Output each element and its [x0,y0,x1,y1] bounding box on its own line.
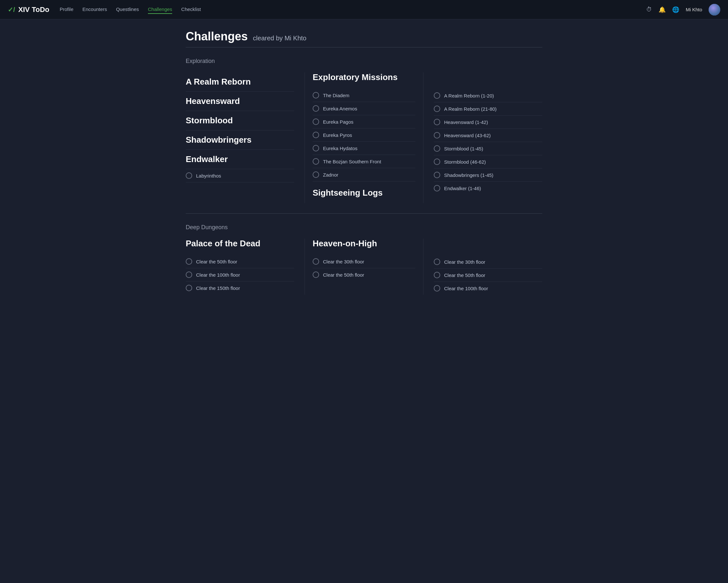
deep-right-100: Clear the 100th floor [434,282,542,295]
brand[interactable]: ✓/ XIV ToDo [8,5,49,14]
brand-checkmark-icon: ✓/ [8,6,15,14]
col-exploratory-missions: Exploratory Missions The Diadem Eureka A… [305,72,423,203]
avatar[interactable] [709,4,720,16]
brand-title: XIV ToDo [19,5,49,14]
deep-dungeons-label: Deep Dungeons [186,224,542,231]
sight-sb-1-45: Stormblood (1-45) [434,142,542,155]
exploratory-missions-title: Exploratory Missions [313,72,415,87]
item-eureka-hydatos: Eureka Hydatos [313,142,415,155]
expansion-shb: Shadowbringers [186,130,294,150]
navbar-right: ⏱ 🔔 🌐 Mi Khto [646,4,720,16]
col-deep-right: Clear the 30th floor Clear the 50th floo… [423,239,542,295]
col-expansions: A Realm Reborn Heavensward Stormblood Sh… [186,72,305,203]
nav-encounters[interactable]: Encounters [82,5,107,14]
zadnor-radio[interactable] [313,171,319,178]
sight-arr-1-20-radio[interactable] [434,92,440,99]
eureka-pagos-radio[interactable] [313,118,319,125]
item-zadnor: Zadnor [313,168,415,181]
navbar: ✓/ XIV ToDo Profile Encounters Questline… [0,0,728,19]
avatar-image [709,4,720,16]
potd-50-radio[interactable] [186,258,192,265]
item-eureka-anemos: Eureka Anemos [313,102,415,115]
sight-arr-21-80: A Realm Reborn (21-80) [434,102,542,115]
section-divider [186,213,542,214]
sight-arr-1-20: A Realm Reborn (1-20) [434,89,542,102]
exploration-label: Exploration [186,58,542,64]
sight-ew-1-46-radio[interactable] [434,185,440,191]
item-bozjan-front: The Bozjan Southern Front [313,155,415,168]
page-title: Challenges [186,30,248,43]
potd-100-radio[interactable] [186,271,192,278]
bozjan-front-radio[interactable] [313,158,319,165]
exploration-grid: A Realm Reborn Heavensward Stormblood Sh… [186,72,542,203]
nav-checklist[interactable]: Checklist [181,5,201,14]
sightseeing-logs-title: Sightseeing Logs [313,181,415,203]
expansion-arr: A Realm Reborn [186,72,294,92]
col-palace-of-dead: Palace of the Dead Clear the 50th floor … [186,239,305,295]
page-header: Challenges cleared by Mi Khto [186,30,542,43]
header-divider [186,47,542,48]
eureka-anemos-radio[interactable] [313,105,319,112]
sight-hw-43-62: Heavensward (43-62) [434,129,542,142]
globe-icon[interactable]: 🌐 [672,6,679,13]
sight-arr-21-80-radio[interactable] [434,106,440,112]
deep-right-100-radio[interactable] [434,285,440,292]
sight-ew-1-46: Endwalker (1-46) [434,182,542,195]
expansion-sb: Stormblood [186,111,294,130]
sight-hw-43-62-radio[interactable] [434,132,440,138]
bell-icon[interactable]: 🔔 [658,6,666,13]
deep-dungeons-section: Deep Dungeons Palace of the Dead Clear t… [186,224,542,295]
potd-150-radio[interactable] [186,285,192,291]
sight-sb-1-45-radio[interactable] [434,145,440,152]
deep-right-50: Clear the 50th floor [434,269,542,282]
the-diadem-radio[interactable] [313,92,319,99]
col-sightseeing: A Realm Reborn (1-20) A Realm Reborn (21… [423,72,542,203]
eureka-hydatos-radio[interactable] [313,145,319,151]
nav-links: Profile Encounters Questlines Challenges… [60,5,646,14]
sight-sb-46-62: Stormblood (46-62) [434,155,542,168]
hoh-30: Clear the 30th floor [313,255,415,268]
deep-right-30-radio[interactable] [434,259,440,265]
hoh-30-radio[interactable] [313,258,319,265]
potd-50: Clear the 50th floor [186,255,294,268]
expansion-ew: Endwalker [186,150,294,169]
labyrinthos-radio[interactable] [186,173,192,179]
sight-hw-1-42: Heavensward (1-42) [434,115,542,129]
sight-shb-1-45: Shadowbringers (1-45) [434,168,542,182]
hoh-50-radio[interactable] [313,271,319,278]
deep-right-50-radio[interactable] [434,272,440,278]
nav-challenges[interactable]: Challenges [148,5,172,14]
deep-right-30: Clear the 30th floor [434,255,542,269]
clock-icon[interactable]: ⏱ [646,6,652,13]
page-subtitle: cleared by Mi Khto [253,34,307,42]
username-label: Mi Khto [686,7,702,12]
nav-profile[interactable]: Profile [60,5,74,14]
deep-dungeons-grid: Palace of the Dead Clear the 50th floor … [186,239,542,295]
item-the-diadem: The Diadem [313,89,415,102]
expansion-sub-labyrinthos: Labyrinthos [186,169,294,182]
expansion-hw: Heavensward [186,92,294,111]
heaven-on-high-title: Heaven-on-High [313,239,415,254]
item-eureka-pyros: Eureka Pyros [313,129,415,142]
eureka-pyros-radio[interactable] [313,132,319,138]
sight-sb-46-62-radio[interactable] [434,159,440,165]
sight-hw-1-42-radio[interactable] [434,119,440,125]
main-content: Challenges cleared by Mi Khto Exploratio… [170,19,558,305]
potd-100: Clear the 100th floor [186,268,294,282]
palace-of-dead-title: Palace of the Dead [186,239,294,254]
labyrinthos-label: Labyrinthos [196,173,221,179]
potd-150: Clear the 150th floor [186,282,294,294]
sight-shb-1-45-radio[interactable] [434,172,440,178]
nav-questlines[interactable]: Questlines [116,5,139,14]
col-heaven-on-high: Heaven-on-High Clear the 30th floor Clea… [305,239,423,295]
hoh-50: Clear the 50th floor [313,268,415,281]
exploration-section: Exploration A Realm Reborn Heavensward S… [186,58,542,203]
item-eureka-pagos: Eureka Pagos [313,115,415,129]
